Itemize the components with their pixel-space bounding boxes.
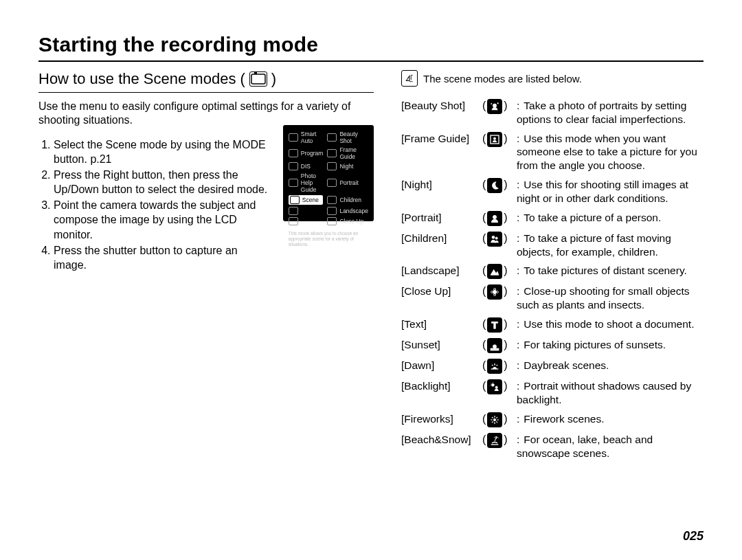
lcd-menu-item: Close Up <box>327 217 368 225</box>
intro-text: Use the menu to easily configure optimal… <box>38 100 374 128</box>
scene-mode-label: [Night] <box>401 178 482 192</box>
lcd-menu-item: Beauty Shot <box>327 131 368 144</box>
scene-mode-row: [Fireworks]():Firework scenes. <box>401 412 704 427</box>
svg-rect-0 <box>251 74 265 84</box>
scene-mode-row: [Portrait]():To take a picture of a pers… <box>401 211 704 226</box>
lcd-menu-item: Scene <box>289 195 324 205</box>
scene-mode-label: [Dawn] <box>401 359 482 372</box>
scene-mode-desc: :Use this mode to shoot a document. <box>517 317 704 331</box>
scene-mode-icon-wrap: () <box>482 99 517 114</box>
scene-mode-desc: :Use this mode when you want someone els… <box>517 132 704 172</box>
scene-mode-desc: :To take a picture of fast moving object… <box>517 232 704 259</box>
scene-modes-list: [Beauty Shot]():Take a photo of portrait… <box>401 99 704 460</box>
scene-mode-label: [Beach&Snow] <box>401 433 482 447</box>
scene-mode-row: [Beach&Snow]():For ocean, lake, beach an… <box>401 433 704 460</box>
step-item: Press the shutter button to capture an i… <box>54 243 273 272</box>
scene-mode-icon <box>249 71 267 87</box>
scene-mode-icon-wrap: () <box>482 338 517 353</box>
night-icon <box>487 178 502 193</box>
scene-mode-row: [Beauty Shot]():Take a photo of portrait… <box>401 99 704 126</box>
backlight-icon <box>487 379 502 394</box>
section-subheading: How to use the Scene modes ( ) <box>38 70 374 93</box>
scene-mode-label: [Close Up] <box>401 284 482 298</box>
scene-mode-desc: :Firework scenes. <box>517 412 704 426</box>
close-up-icon <box>487 284 502 300</box>
scene-mode-icon-wrap: () <box>482 379 517 394</box>
subheading-close: ) <box>271 70 276 88</box>
sunset-icon <box>487 338 502 353</box>
lcd-menu-item <box>289 207 324 215</box>
note-text: The scene modes are listed below. <box>423 73 582 85</box>
scene-mode-label: [Frame Guide] <box>401 132 482 146</box>
page-title: Starting the recording mode <box>38 33 704 56</box>
scene-mode-row: [Children]():To take a picture of fast m… <box>401 232 704 259</box>
scene-mode-desc: :Daybreak scenes. <box>517 359 704 372</box>
fireworks-icon <box>487 412 502 427</box>
frame-guide-icon <box>487 132 502 147</box>
scene-mode-icon-wrap: () <box>482 359 517 374</box>
scene-mode-row: [Close Up]():Close-up shooting for small… <box>401 284 704 312</box>
scene-mode-icon-wrap: () <box>482 433 517 448</box>
scene-mode-row: [Night]():Use this for shooting still im… <box>401 178 704 205</box>
lcd-menu-item: Photo Help Guide <box>289 172 324 193</box>
lcd-menu-item: Children <box>327 195 368 205</box>
lcd-menu-item: Smart Auto <box>289 131 324 144</box>
scene-mode-icon-wrap: () <box>482 132 517 147</box>
scene-mode-desc: :Take a photo of portraits by setting op… <box>517 99 704 126</box>
scene-mode-desc: :Close-up shooting for small objects suc… <box>517 284 704 312</box>
beauty-shot-icon <box>487 99 502 114</box>
lcd-menu-item: Landscape <box>327 207 368 215</box>
scene-mode-icon-wrap: () <box>482 178 517 193</box>
step-item: Press the Right button, then press the U… <box>54 168 273 197</box>
lcd-menu-item <box>289 217 324 225</box>
scene-mode-row: [Sunset]():For taking pictures of sunset… <box>401 338 704 353</box>
scene-mode-label: [Beauty Shot] <box>401 99 482 113</box>
step-item: Select the Scene mode by using the MODE … <box>54 137 273 166</box>
scene-mode-desc: :Use this for shooting still images at n… <box>517 178 704 205</box>
scene-mode-desc: :For taking pictures of sunsets. <box>517 338 704 352</box>
scene-mode-row: [Dawn]():Daybreak scenes. <box>401 359 704 374</box>
landscape-icon <box>487 264 502 279</box>
steps-list: Select the Scene mode by using the MODE … <box>38 137 273 273</box>
scene-mode-row: [Backlight]():Portrait without shadows c… <box>401 379 704 407</box>
svg-rect-1 <box>254 72 257 74</box>
note-icon <box>401 70 418 87</box>
scene-mode-desc: :To take pictures of distant scenery. <box>517 264 704 278</box>
scene-mode-row: [Landscape]():To take pictures of distan… <box>401 264 704 279</box>
scene-mode-row: [Text]():Use this mode to shoot a docume… <box>401 317 704 333</box>
scene-mode-label: [Children] <box>401 232 482 245</box>
lcd-menu-item: Frame Guide <box>327 146 368 160</box>
scene-mode-label: [Fireworks] <box>401 412 482 426</box>
lcd-menu-item: Program <box>289 146 324 160</box>
page-number: 025 <box>683 529 704 544</box>
scene-mode-icon-wrap: () <box>482 211 517 226</box>
scene-mode-icon-wrap: () <box>482 264 517 279</box>
scene-mode-label: [Landscape] <box>401 264 482 278</box>
title-rule <box>38 60 704 62</box>
scene-mode-desc: :For ocean, lake, beach and snowscape sc… <box>517 433 704 460</box>
scene-mode-label: [Sunset] <box>401 338 482 352</box>
scene-mode-icon-wrap: () <box>482 317 517 333</box>
step-item: Point the camera towards the subject and… <box>54 198 273 241</box>
subheading-text: How to use the Scene modes ( <box>38 70 245 88</box>
dawn-icon <box>487 359 502 374</box>
scene-mode-desc: :Portrait without shadows caused by back… <box>517 379 704 407</box>
children-icon <box>487 232 502 247</box>
scene-mode-desc: :To take a picture of a person. <box>517 211 704 225</box>
scene-mode-icon-wrap: () <box>482 232 517 247</box>
scene-mode-label: [Text] <box>401 317 482 331</box>
text-icon <box>487 317 502 333</box>
beach-snow-icon <box>487 433 502 448</box>
scene-mode-label: [Backlight] <box>401 379 482 393</box>
lcd-description: This mode allows you to choose an approp… <box>289 231 368 247</box>
scene-mode-icon-wrap: () <box>482 284 517 300</box>
scene-mode-row: [Frame Guide]():Use this mode when you w… <box>401 132 704 172</box>
scene-mode-icon-wrap: () <box>482 412 517 427</box>
portrait-icon <box>487 211 502 226</box>
lcd-menu-item: Portrait <box>327 172 368 193</box>
lcd-menu-item: DIS <box>289 162 324 170</box>
scene-mode-label: [Portrait] <box>401 211 482 225</box>
lcd-preview: Smart AutoBeauty ShotProgramFrame GuideD… <box>283 125 374 221</box>
lcd-menu-item: Night <box>327 162 368 170</box>
